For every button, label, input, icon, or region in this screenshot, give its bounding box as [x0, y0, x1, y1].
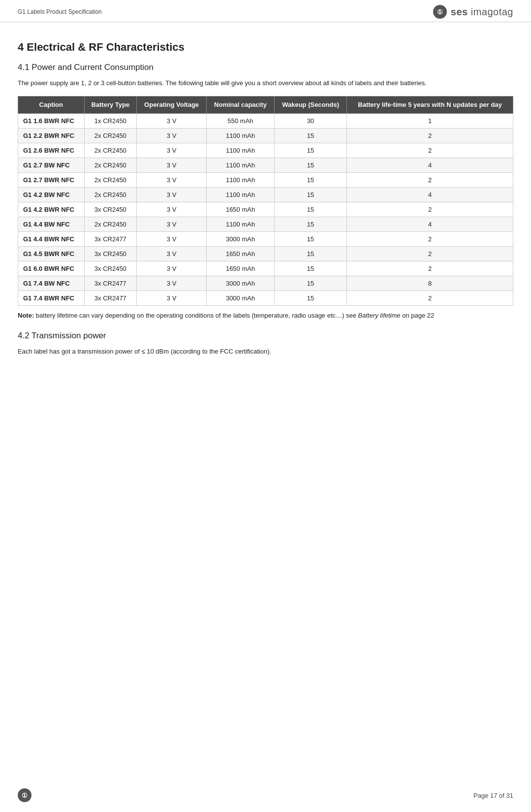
cell-caption: G1 4.2 BWR NFC — [18, 202, 85, 217]
cell-battery_type: 3x CR2477 — [84, 231, 136, 246]
col-battery-type: Battery Type — [84, 96, 136, 113]
table-row: G1 7.4 BWR NFC3x CR24773 V3000 mAh152 — [18, 291, 513, 305]
cell-caption: G1 4.5 BWR NFC — [18, 246, 85, 261]
cell-wakeup: 15 — [274, 276, 346, 291]
cell-caption: G1 2.7 BWR NFC — [18, 172, 85, 187]
cell-caption: G1 4.4 BWR NFC — [18, 231, 85, 246]
logo-brand: ses imagotag — [451, 6, 513, 18]
page-header: G1 Labels Product Specification ① ses im… — [0, 0, 531, 22]
col-operating-voltage: Operating Voltage — [137, 96, 207, 113]
cell-battery_life: 4 — [347, 158, 513, 172]
logo: ① ses imagotag — [433, 5, 513, 19]
note-italic: Battery lifetime — [358, 312, 401, 319]
cell-wakeup: 15 — [274, 202, 346, 217]
cell-caption: G1 2.7 BW NFC — [18, 158, 85, 172]
cell-wakeup: 15 — [274, 246, 346, 261]
cell-operating_voltage: 3 V — [137, 113, 207, 128]
cell-battery_life: 2 — [347, 128, 513, 143]
col-wakeup: Wakeup (Seconds) — [274, 96, 346, 113]
cell-battery_life: 2 — [347, 261, 513, 276]
cell-wakeup: 15 — [274, 172, 346, 187]
note-label: Note: — [18, 312, 34, 319]
cell-operating_voltage: 3 V — [137, 143, 207, 158]
cell-wakeup: 15 — [274, 143, 346, 158]
table-row: G1 4.4 BW NFC2x CR24503 V1100 mAh154 — [18, 217, 513, 231]
cell-nominal_capacity: 3000 mAh — [207, 231, 275, 246]
cell-nominal_capacity: 1100 mAh — [207, 143, 275, 158]
cell-wakeup: 15 — [274, 231, 346, 246]
cell-battery_type: 2x CR2450 — [84, 143, 136, 158]
table-row: G1 2.7 BWR NFC2x CR24503 V1100 mAh152 — [18, 172, 513, 187]
cell-nominal_capacity: 1100 mAh — [207, 217, 275, 231]
cell-battery_type: 2x CR2450 — [84, 158, 136, 172]
section42-body: Each label has got a transmission power … — [18, 347, 513, 357]
col-caption: Caption — [18, 96, 85, 113]
cell-battery_type: 3x CR2477 — [84, 276, 136, 291]
cell-caption: G1 7.4 BWR NFC — [18, 291, 85, 305]
cell-battery_life: 8 — [347, 276, 513, 291]
main-content: 4 Electrical & RF Characteristics 4.1 Po… — [0, 22, 531, 404]
cell-operating_voltage: 3 V — [137, 158, 207, 172]
cell-battery_life: 2 — [347, 246, 513, 261]
cell-battery_type: 2x CR2450 — [84, 187, 136, 202]
cell-battery_type: 2x CR2450 — [84, 172, 136, 187]
table-row: G1 2.6 BWR NFC2x CR24503 V1100 mAh152 — [18, 143, 513, 158]
cell-caption: G1 7.4 BW NFC — [18, 276, 85, 291]
cell-caption: G1 2.2 BWR NFC — [18, 128, 85, 143]
battery-table: Caption Battery Type Operating Voltage N… — [18, 96, 513, 306]
table-row: G1 1.6 BWR NFC1x CR24503 V550 mAh301 — [18, 113, 513, 128]
section41-heading: 4.1 Power and Current Consumption — [18, 63, 513, 72]
cell-operating_voltage: 3 V — [137, 231, 207, 246]
cell-operating_voltage: 3 V — [137, 261, 207, 276]
cell-battery_type: 3x CR2477 — [84, 291, 136, 305]
cell-battery_type: 2x CR2450 — [84, 217, 136, 231]
cell-wakeup: 15 — [274, 291, 346, 305]
cell-battery_life: 2 — [347, 172, 513, 187]
cell-battery_life: 4 — [347, 187, 513, 202]
page-footer: ① Page 17 of 31 — [0, 788, 531, 802]
cell-battery_life: 2 — [347, 202, 513, 217]
footer-icon: ① — [18, 788, 31, 802]
table-row: G1 7.4 BW NFC3x CR24773 V3000 mAh158 — [18, 276, 513, 291]
cell-wakeup: 15 — [274, 128, 346, 143]
cell-wakeup: 15 — [274, 158, 346, 172]
table-note: Note: battery lifetime can vary dependin… — [18, 311, 513, 321]
cell-caption: G1 6.0 BWR NFC — [18, 261, 85, 276]
cell-caption: G1 2.6 BWR NFC — [18, 143, 85, 158]
section41-body: The power supply are 1, 2 or 3 cell-butt… — [18, 78, 513, 88]
col-battery-life: Battery life-time 5 years with N updates… — [347, 96, 513, 113]
cell-battery_life: 4 — [347, 217, 513, 231]
cell-nominal_capacity: 3000 mAh — [207, 276, 275, 291]
cell-operating_voltage: 3 V — [137, 276, 207, 291]
cell-wakeup: 15 — [274, 261, 346, 276]
table-row: G1 4.2 BW NFC2x CR24503 V1100 mAh154 — [18, 187, 513, 202]
cell-battery_life: 2 — [347, 143, 513, 158]
document-title: G1 Labels Product Specification — [18, 8, 102, 15]
cell-battery_life: 2 — [347, 291, 513, 305]
note-suffix: on page 22 — [402, 312, 434, 319]
cell-nominal_capacity: 1650 mAh — [207, 202, 275, 217]
table-row: G1 4.4 BWR NFC3x CR24773 V3000 mAh152 — [18, 231, 513, 246]
cell-battery_type: 3x CR2450 — [84, 261, 136, 276]
cell-nominal_capacity: 1650 mAh — [207, 246, 275, 261]
section4-heading: 4 Electrical & RF Characteristics — [18, 41, 513, 54]
table-row: G1 2.7 BW NFC2x CR24503 V1100 mAh154 — [18, 158, 513, 172]
table-body: G1 1.6 BWR NFC1x CR24503 V550 mAh301G1 2… — [18, 113, 513, 305]
cell-operating_voltage: 3 V — [137, 128, 207, 143]
table-row: G1 4.2 BWR NFC3x CR24503 V1650 mAh152 — [18, 202, 513, 217]
cell-caption: G1 4.4 BW NFC — [18, 217, 85, 231]
logo-icon: ① — [433, 5, 447, 19]
cell-wakeup: 15 — [274, 217, 346, 231]
cell-nominal_capacity: 1100 mAh — [207, 158, 275, 172]
cell-battery_type: 3x CR2450 — [84, 202, 136, 217]
cell-nominal_capacity: 1650 mAh — [207, 261, 275, 276]
cell-battery_life: 1 — [347, 113, 513, 128]
cell-operating_voltage: 3 V — [137, 172, 207, 187]
cell-operating_voltage: 3 V — [137, 291, 207, 305]
cell-nominal_capacity: 550 mAh — [207, 113, 275, 128]
cell-operating_voltage: 3 V — [137, 202, 207, 217]
cell-battery_type: 2x CR2450 — [84, 128, 136, 143]
cell-operating_voltage: 3 V — [137, 187, 207, 202]
col-nominal-capacity: Nominal capacity — [207, 96, 275, 113]
cell-nominal_capacity: 1100 mAh — [207, 172, 275, 187]
